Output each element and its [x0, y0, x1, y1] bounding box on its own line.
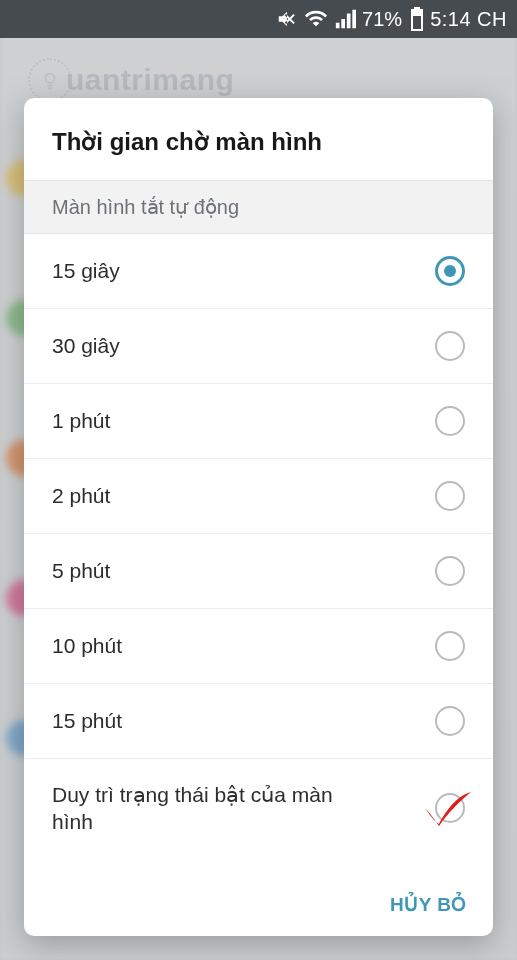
- option-row[interactable]: 15 phút: [24, 684, 493, 759]
- watermark: uantrimang: [28, 58, 234, 102]
- battery-icon: [410, 7, 424, 31]
- option-label: 15 phút: [52, 707, 178, 734]
- option-row[interactable]: 15 giây: [24, 234, 493, 309]
- mute-icon: [276, 8, 298, 30]
- dialog-footer: HỦY BỎ: [24, 875, 493, 936]
- option-label: Duy trì trạng thái bật của màn hình: [52, 781, 435, 836]
- option-row[interactable]: 5 phút: [24, 534, 493, 609]
- signal-icon: [334, 8, 356, 30]
- radio-icon[interactable]: [435, 793, 465, 823]
- radio-icon[interactable]: [435, 481, 465, 511]
- watermark-text: uantrimang: [66, 63, 234, 97]
- option-row[interactable]: 2 phút: [24, 459, 493, 534]
- battery-percentage: 71%: [362, 8, 402, 31]
- radio-icon[interactable]: [435, 631, 465, 661]
- option-label: 2 phút: [52, 482, 166, 509]
- cancel-button[interactable]: HỦY BỎ: [390, 893, 467, 916]
- option-label: 1 phút: [52, 407, 166, 434]
- option-row[interactable]: Duy trì trạng thái bật của màn hình: [24, 759, 493, 858]
- radio-icon[interactable]: [435, 331, 465, 361]
- option-label: 10 phút: [52, 632, 178, 659]
- radio-icon[interactable]: [435, 406, 465, 436]
- radio-icon[interactable]: [435, 556, 465, 586]
- option-row[interactable]: 10 phút: [24, 609, 493, 684]
- clock-text: 5:14 CH: [430, 8, 507, 31]
- option-label: 30 giây: [52, 332, 176, 359]
- radio-icon[interactable]: [435, 256, 465, 286]
- option-label: 15 giây: [52, 257, 176, 284]
- screen-timeout-dialog: Thời gian chờ màn hình Màn hình tắt tự đ…: [24, 98, 493, 936]
- option-row[interactable]: 1 phút: [24, 384, 493, 459]
- options-list: 15 giây30 giây1 phút2 phút5 phút10 phút1…: [24, 234, 493, 875]
- radio-icon[interactable]: [435, 706, 465, 736]
- dialog-title: Thời gian chờ màn hình: [24, 98, 493, 180]
- option-row[interactable]: 30 giây: [24, 309, 493, 384]
- svg-point-0: [45, 74, 54, 83]
- option-label: 5 phút: [52, 557, 166, 584]
- status-bar: 71% 5:14 CH: [0, 0, 517, 38]
- section-header: Màn hình tắt tự động: [24, 180, 493, 234]
- wifi-icon: [304, 8, 328, 30]
